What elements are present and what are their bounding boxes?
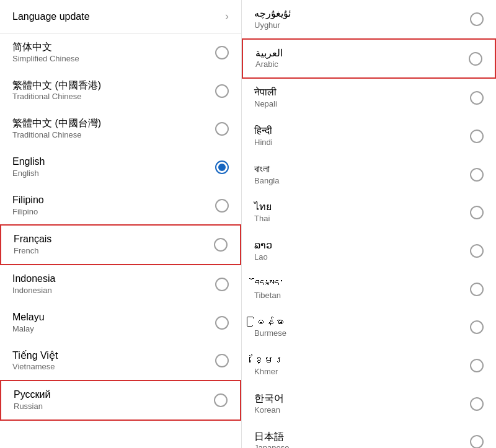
radio-khmer[interactable] <box>470 359 484 372</box>
lang-item-arabic[interactable]: العربيةArabic <box>242 38 496 79</box>
lang-sub-hindi: Hindi <box>254 138 273 148</box>
lang-item-thai[interactable]: ไทยThai <box>242 193 496 232</box>
lang-name-tibetan: བོད་སྐད་ <box>254 278 284 291</box>
lang-sub-khmer: Khmer <box>254 367 284 377</box>
lang-item-nepali[interactable]: नेपालीNepali <box>242 79 496 117</box>
lang-name-english: English <box>12 156 45 169</box>
language-update-label: Language update <box>12 11 90 22</box>
radio-thai[interactable] <box>470 206 484 219</box>
lang-sub-burmese: Burmese <box>254 328 286 339</box>
lang-sub-vietnamese: Vietnamese <box>12 362 58 372</box>
lang-sub-bangla: Bangla <box>254 176 279 187</box>
lang-item-burmese[interactable]: မြန်မာBurmese <box>242 309 496 347</box>
radio-traditional-chinese-tw[interactable] <box>215 122 229 136</box>
lang-name-arabic: العربية <box>255 47 283 60</box>
lang-item-traditional-chinese-tw[interactable]: 繁體中文 (中國台灣)Traditional Chinese <box>0 110 241 148</box>
lang-name-korean: 한국어 <box>254 392 284 405</box>
radio-vietnamese[interactable] <box>215 354 229 367</box>
lang-name-lao: ລາວ <box>254 239 272 252</box>
radio-traditional-chinese-hk[interactable] <box>215 84 229 98</box>
lang-sub-indonesia: Indonesian <box>12 286 55 296</box>
radio-russian[interactable] <box>214 393 228 407</box>
lang-name-simplified-chinese: 简体中文 <box>12 41 79 54</box>
lang-item-filipino[interactable]: FilipinoFilipino <box>0 187 241 225</box>
lang-sub-tibetan: Tibetan <box>254 291 284 301</box>
lang-name-traditional-chinese-tw: 繁體中文 (中國台灣) <box>12 117 101 130</box>
radio-indonesia[interactable] <box>215 278 229 291</box>
lang-name-melayu: Melayu <box>12 311 45 324</box>
lang-sub-melayu: Malay <box>12 324 45 335</box>
radio-korean[interactable] <box>470 397 484 411</box>
lang-name-japanese: 日本語 <box>254 431 289 444</box>
lang-sub-thai: Thai <box>254 214 272 224</box>
radio-melayu[interactable] <box>215 316 229 330</box>
left-language-list: 简体中文Simplified Chinese繁體中文 (中國香港)Traditi… <box>0 33 241 421</box>
radio-bangla[interactable] <box>470 168 484 182</box>
radio-english[interactable] <box>215 160 229 174</box>
lang-name-hindi: हिन्दी <box>254 125 273 138</box>
lang-item-indonesia[interactable]: IndonesiaIndonesian <box>0 265 241 304</box>
lang-sub-simplified-chinese: Simplified Chinese <box>12 54 79 64</box>
lang-sub-traditional-chinese-tw: Traditional Chinese <box>12 130 101 141</box>
lang-name-russian: Русский <box>14 389 50 402</box>
lang-name-bangla: বাংলা <box>254 163 279 176</box>
lang-sub-uyghur: Uyghur <box>254 20 291 31</box>
lang-name-khmer: ខ្មែរ <box>254 354 284 367</box>
lang-item-bangla[interactable]: বাংলাBangla <box>242 156 496 194</box>
lang-item-japanese[interactable]: 日本語Japanese <box>242 423 496 448</box>
right-language-list: ئۇيغۇرچەUyghurالعربيةArabicनेपालीNepaliह… <box>242 0 496 448</box>
lang-item-english[interactable]: EnglishEnglish <box>0 148 241 187</box>
lang-sub-french: French <box>14 246 51 257</box>
lang-item-french[interactable]: FrançaisFrench <box>0 224 241 265</box>
lang-item-uyghur[interactable]: ئۇيغۇرچەUyghur <box>242 0 496 38</box>
language-update-row[interactable]: Language update › <box>0 0 241 33</box>
lang-name-burmese: မြန်မာ <box>254 316 286 329</box>
lang-name-traditional-chinese-hk: 繁體中文 (中國香港) <box>12 79 101 92</box>
lang-name-thai: ไทย <box>254 201 272 214</box>
lang-item-simplified-chinese[interactable]: 简体中文Simplified Chinese <box>0 33 241 72</box>
lang-sub-lao: Lao <box>254 252 272 263</box>
lang-item-melayu[interactable]: MelayuMalay <box>0 304 241 342</box>
radio-hindi[interactable] <box>470 130 484 143</box>
lang-name-indonesia: Indonesia <box>12 273 55 286</box>
lang-sub-russian: Russian <box>14 402 50 412</box>
lang-item-khmer[interactable]: ខ្មែរKhmer <box>242 346 496 385</box>
radio-nepali[interactable] <box>470 91 484 105</box>
radio-simplified-chinese[interactable] <box>215 46 229 59</box>
lang-name-french: Français <box>14 233 51 246</box>
radio-french[interactable] <box>214 238 228 252</box>
radio-tibetan[interactable] <box>470 283 484 296</box>
lang-sub-nepali: Nepali <box>254 99 277 110</box>
lang-name-nepali: नेपाली <box>254 86 277 99</box>
lang-item-traditional-chinese-hk[interactable]: 繁體中文 (中國香港)Traditional Chinese <box>0 72 241 110</box>
radio-filipino[interactable] <box>215 199 229 213</box>
lang-item-hindi[interactable]: हिन्दीHindi <box>242 117 496 156</box>
lang-sub-english: English <box>12 169 45 179</box>
left-language-panel: Language update › 简体中文Simplified Chinese… <box>0 0 242 448</box>
lang-name-filipino: Filipino <box>12 194 44 207</box>
lang-sub-arabic: Arabic <box>255 59 283 70</box>
lang-sub-traditional-chinese-hk: Traditional Chinese <box>12 92 101 102</box>
lang-name-vietnamese: Tiếng Việt <box>12 349 58 362</box>
lang-item-vietnamese[interactable]: Tiếng ViệtVietnamese <box>0 342 241 380</box>
lang-name-uyghur: ئۇيغۇرچە <box>254 7 291 20</box>
chevron-right-icon: › <box>225 10 229 23</box>
lang-sub-korean: Korean <box>254 405 284 416</box>
right-language-panel: ئۇيغۇرچەUyghurالعربيةArabicनेपालीNepaliह… <box>242 0 496 448</box>
lang-sub-filipino: Filipino <box>12 207 44 217</box>
lang-item-lao[interactable]: ລາວLao <box>242 232 496 270</box>
lang-item-tibetan[interactable]: བོད་སྐད་Tibetan <box>242 270 496 309</box>
lang-sub-japanese: Japanese <box>254 443 289 448</box>
lang-item-korean[interactable]: 한국어Korean <box>242 385 496 423</box>
radio-lao[interactable] <box>470 244 484 258</box>
radio-uyghur[interactable] <box>470 12 484 26</box>
radio-burmese[interactable] <box>470 320 484 334</box>
lang-item-russian[interactable]: РусскийRussian <box>0 380 241 421</box>
radio-japanese[interactable] <box>470 435 484 448</box>
radio-arabic[interactable] <box>469 52 482 66</box>
